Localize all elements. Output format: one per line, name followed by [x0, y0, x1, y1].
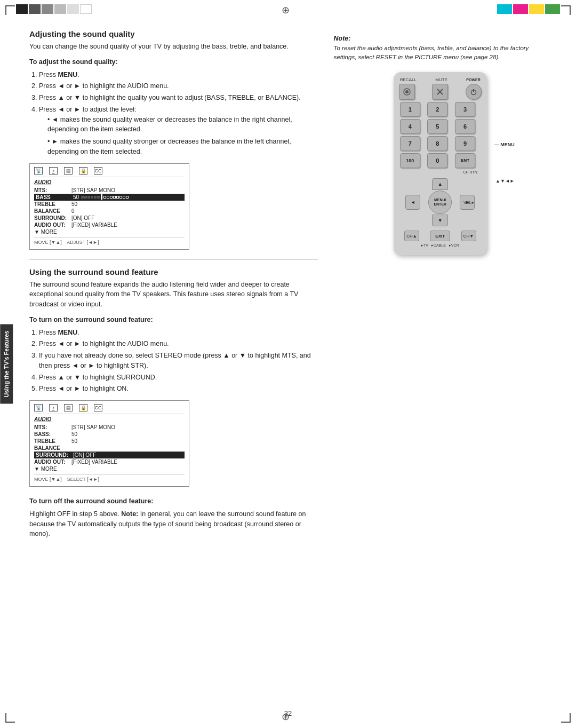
- ch-exit-row: CH▲ EXIT CH▼: [399, 231, 482, 241]
- step-item: If you have not already done so, select …: [39, 351, 318, 371]
- tab-antenna: 📡: [34, 167, 43, 175]
- tab-picture: ▤: [64, 167, 73, 175]
- tv-menu-screen-2: 📡 ♪ ▤ 🔒 CC AUDIO MTS:[STR] SAP MONO BASS…: [29, 400, 189, 487]
- color-bar-tl: [16, 4, 92, 14]
- nav-cluster: ◄VOL ▲ ◄ MENU/ENTER ► ▼ VOL►: [405, 178, 475, 226]
- step-item: Press ◄ or ► to highlight ON.: [39, 384, 318, 394]
- menu1-row-treble: TREBLE50: [34, 201, 185, 208]
- color-bar-tr: [497, 4, 560, 14]
- step-item: Press ◄ or ► to highlight the AUDIO menu…: [39, 81, 318, 91]
- section1-intro: You can change the sound quality of your…: [29, 42, 318, 52]
- special-buttons-row: 100 0 ENT: [399, 153, 482, 168]
- menu2-row-more: ▼ MORE: [34, 465, 185, 472]
- menu1-row-balance: BALANCE0: [34, 208, 185, 215]
- tv-menu-screen-1: 📡 ♪ ▤ 🔒 CC AUDIO MTS:[STR] SAP MONO BASS…: [29, 163, 189, 250]
- menu2-footer: MOVE [▼▲] SELECT [◄►]: [34, 474, 185, 482]
- section2-intro: The surround sound feature expands the a…: [29, 280, 318, 310]
- menu2-row-audioout: AUDIO OUT:[FIXED] VARIABLE: [34, 458, 185, 465]
- note-box: Note: To reset the audio adjustments (ba…: [334, 35, 547, 61]
- btn-1[interactable]: 1: [400, 102, 420, 117]
- step-item: Press ◄ or ► to adjust the level: ◄ make…: [39, 105, 318, 157]
- exit-button[interactable]: EXIT: [430, 231, 450, 241]
- btn-3[interactable]: 3: [455, 102, 475, 117]
- menu2-row-treble: TREBLE50: [34, 438, 185, 445]
- mute-button[interactable]: [432, 84, 448, 100]
- right-column: Note: To reset the audio adjustments (ba…: [334, 29, 547, 542]
- btn-0[interactable]: 0: [427, 153, 447, 168]
- arrow-right-label: ▲▼◄►: [495, 178, 515, 184]
- menu2-row-bass: BASS:50: [34, 431, 185, 438]
- ch-up-button[interactable]: CH▲: [404, 231, 419, 241]
- input-labels: ▸TV ▸CABLE ▸VCR: [399, 243, 482, 248]
- menu1-row-more: ▼ MORE: [34, 228, 185, 235]
- btn-2[interactable]: 2: [427, 102, 447, 117]
- mute-label: MUTE: [435, 77, 447, 82]
- btn-8[interactable]: 8: [427, 136, 447, 151]
- note-title: Note:: [334, 35, 547, 42]
- section1-subtitle: To adjust the sound quality:: [29, 57, 318, 67]
- nav-up-button[interactable]: ▲: [432, 178, 448, 190]
- input-cable: ▸CABLE: [431, 243, 446, 248]
- power-label: POWER: [466, 78, 480, 82]
- menu2-row-mts: MTS:[STR] SAP MONO: [34, 424, 185, 431]
- btn-5[interactable]: 5: [427, 119, 447, 134]
- btn-9[interactable]: 9: [455, 136, 475, 151]
- tab-lock: 🔒: [79, 167, 87, 175]
- menu-tabs-1: 📡 ♪ ▤ 🔒 CC: [34, 167, 185, 177]
- side-tab: Using the TV's Features: [0, 325, 13, 404]
- corner-mark-tr: [561, 5, 571, 15]
- remote-top-labels: RECALL MUTE POWER: [399, 77, 482, 82]
- section2-turnoff: Highlight OFF in step 5 above. Note: In …: [29, 509, 318, 539]
- power-button[interactable]: [466, 84, 482, 100]
- bullet-item: ◄ makes the sound quality weaker or decr…: [47, 115, 318, 135]
- nav-down-button[interactable]: ▼: [432, 215, 448, 226]
- btn-7[interactable]: 7: [400, 136, 420, 151]
- crosshair-top: [283, 5, 293, 16]
- input-tv: ▸TV: [421, 243, 428, 248]
- corner-mark-br: [561, 713, 571, 723]
- ch-rtn-label: CH RTN: [400, 170, 481, 174]
- step-item: Press ▲ or ▼ to highlight SURROUND.: [39, 373, 318, 383]
- note-text: To reset the audio adjustments (bass, tr…: [334, 44, 547, 61]
- menu-tabs-2: 📡 ♪ ▤ 🔒 CC: [34, 404, 185, 414]
- btn-100[interactable]: 100: [400, 153, 420, 168]
- ch-down-button[interactable]: CH▼: [461, 231, 476, 241]
- remote-container: RECALL MUTE POWER: [334, 72, 547, 255]
- page-number: 32: [284, 709, 292, 717]
- step-item: Press ▲ or ▼ to highlight the quality yo…: [39, 93, 318, 103]
- tab2-cc: CC: [94, 404, 102, 412]
- nav-left-button[interactable]: ◄: [405, 195, 420, 210]
- section1-steps: Press MENU. Press ◄ or ► to highlight th…: [29, 70, 318, 157]
- section1-bullets: ◄ makes the sound quality weaker or decr…: [39, 115, 318, 157]
- menu1-section-title: AUDIO: [34, 179, 185, 185]
- recall-button[interactable]: [399, 84, 415, 100]
- btn-ent[interactable]: ENT: [455, 153, 475, 168]
- bullet-item: ► makes the sound quality stronger or de…: [47, 137, 318, 157]
- menu2-row-balance: BALANCE: [34, 445, 185, 452]
- menu1-row-mts: MTS:[STR] SAP MONO: [34, 187, 185, 194]
- step-item: Press MENU.: [39, 328, 318, 338]
- nav-center-button[interactable]: MENU/ENTER: [428, 191, 452, 214]
- tab2-audio: ♪: [49, 404, 58, 412]
- section2-title: Using the surround sound feature: [29, 267, 318, 276]
- menu1-row-surround: SURROUND:[ON] OFF: [34, 215, 185, 221]
- remote-top-buttons: [399, 84, 482, 100]
- input-vcr: ▸VCR: [449, 243, 459, 248]
- main-content: Adjusting the sound quality You can chan…: [29, 29, 547, 699]
- left-column: Adjusting the sound quality You can chan…: [29, 29, 318, 542]
- menu1-footer: MOVE [▼▲] ADJUST [◄►]: [34, 238, 185, 245]
- tab2-lock: 🔒: [79, 404, 87, 412]
- menu-right-label: — MENU: [494, 142, 515, 147]
- recall-label: RECALL: [400, 77, 417, 82]
- btn-6[interactable]: 6: [455, 119, 475, 134]
- step-item: Press MENU.: [39, 70, 318, 80]
- tab-cc: CC: [94, 167, 102, 175]
- tab2-antenna: 📡: [34, 404, 43, 412]
- two-column-layout: Adjusting the sound quality You can chan…: [29, 29, 547, 542]
- section2-subtitle2: To turn off the surround sound feature:: [29, 496, 318, 507]
- btn-4[interactable]: 4: [400, 119, 420, 134]
- corner-mark-bl: [5, 713, 15, 723]
- menu1-row-audioout: AUDIO OUT:[FIXED] VARIABLE: [34, 221, 185, 228]
- tab2-picture: ▤: [64, 404, 73, 412]
- svg-point-1: [405, 90, 409, 93]
